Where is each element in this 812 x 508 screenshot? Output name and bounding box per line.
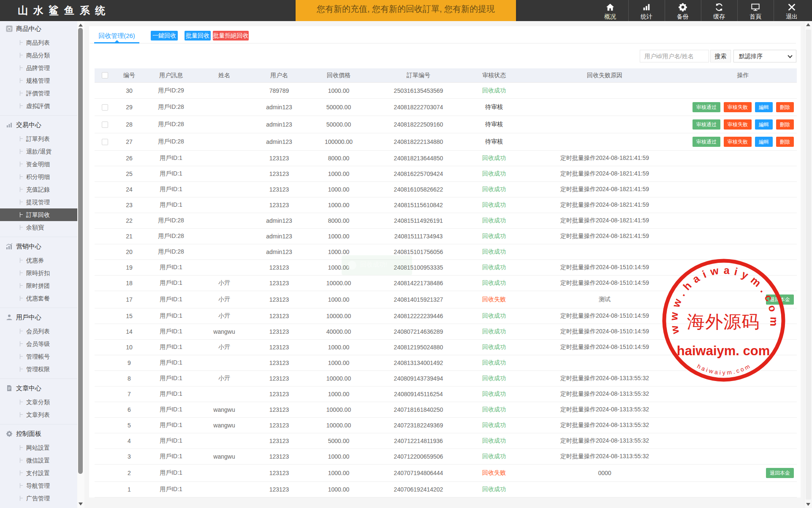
- svg-text:haiwaiym.com: haiwaiym.com: [696, 362, 752, 376]
- svg-text:haiwaiym. com: haiwaiym. com: [677, 343, 770, 358]
- svg-text:海外源码: 海外源码: [687, 312, 760, 332]
